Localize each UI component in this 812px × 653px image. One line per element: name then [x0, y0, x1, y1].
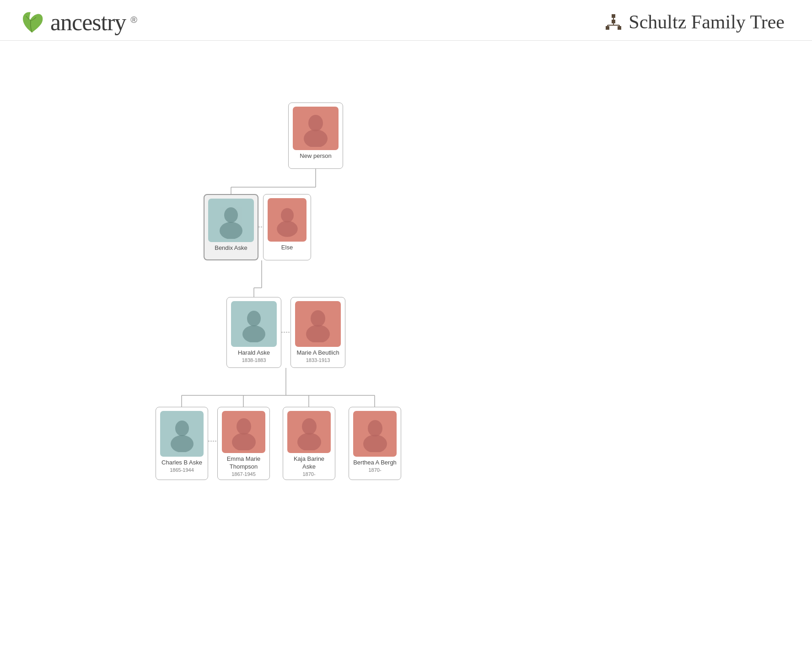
connector-lines [0, 41, 812, 640]
logo-leaf-icon [18, 8, 46, 36]
svg-point-37 [232, 433, 256, 450]
svg-point-29 [277, 221, 298, 237]
avatar-marie-beutlich [295, 301, 341, 347]
avatar-berthea-bergh [353, 411, 397, 457]
avatar-harald-aske [231, 301, 277, 347]
family-tree-icon [605, 13, 622, 31]
svg-point-26 [224, 207, 238, 223]
svg-point-28 [281, 208, 294, 222]
person-card-charles-aske[interactable]: Charles B Aske 1865-1944 [156, 407, 208, 480]
svg-point-31 [242, 325, 265, 342]
tree-title: Schultz Family Tree [629, 11, 785, 33]
avatar-kaja-aske [287, 411, 331, 453]
logo-area: ancestry ® [18, 8, 137, 36]
person-card-marie-beutlich[interactable]: Marie A Beutlich 1833-1913 [290, 297, 345, 368]
person-card-kaja-aske[interactable]: Kaja Barine Aske 1870- [283, 407, 335, 480]
person-name-else: Else [281, 244, 293, 252]
svg-point-35 [171, 435, 194, 452]
avatar-charles-aske [160, 411, 204, 457]
canvas: New person Bendix Aske Else Hara [0, 41, 812, 640]
svg-rect-1 [612, 20, 615, 23]
person-dates-berthea-bergh: 1870- [368, 467, 381, 473]
svg-point-32 [311, 310, 325, 327]
person-card-emma-thompson[interactable]: Emma Marie Thompson 1867-1945 [217, 407, 270, 480]
logo-registered: ® [130, 15, 137, 25]
svg-point-34 [175, 421, 189, 436]
person-card-bendix-aske[interactable]: Bendix Aske [204, 194, 258, 260]
person-dates-marie-beutlich: 1833-1913 [306, 357, 330, 363]
svg-rect-0 [612, 14, 615, 18]
person-name-bendix-aske: Bendix Aske [215, 244, 247, 252]
avatar-bendix-aske [208, 199, 254, 242]
person-card-new-person[interactable]: New person [288, 103, 343, 169]
person-name-new-person: New person [300, 152, 331, 160]
svg-rect-2 [606, 26, 609, 30]
header: ancestry ® Schultz Family Tree [0, 0, 812, 41]
person-name-harald-aske: Harald Aske [238, 349, 270, 357]
person-dates-charles-aske: 1865-1944 [170, 467, 194, 473]
person-dates-kaja-aske: 1870- [302, 471, 315, 477]
tree-title-area: Schultz Family Tree [605, 11, 785, 33]
person-card-berthea-bergh[interactable]: Berthea A Bergh 1870- [349, 407, 401, 480]
svg-point-25 [304, 130, 328, 147]
person-dates-harald-aske: 1838-1883 [242, 357, 266, 363]
person-name-marie-beutlich: Marie A Beutlich [296, 349, 339, 357]
avatar-else [268, 198, 307, 242]
person-name-emma-thompson: Emma Marie Thompson [221, 455, 266, 471]
logo-text: ancestry [50, 9, 126, 36]
svg-rect-3 [618, 26, 621, 30]
person-card-else[interactable]: Else [263, 194, 311, 260]
svg-point-38 [302, 418, 317, 435]
svg-point-27 [220, 222, 242, 239]
avatar-new-person [293, 107, 339, 150]
svg-point-41 [363, 435, 387, 452]
avatar-emma-thompson [222, 411, 265, 453]
person-name-charles-aske: Charles B Aske [161, 459, 202, 467]
person-dates-emma-thompson: 1867-1945 [231, 471, 256, 477]
svg-point-39 [297, 433, 321, 450]
person-name-berthea-bergh: Berthea A Bergh [353, 459, 397, 467]
person-card-harald-aske[interactable]: Harald Aske 1838-1883 [226, 297, 281, 368]
svg-point-33 [306, 325, 330, 342]
svg-point-24 [308, 115, 323, 131]
svg-point-40 [368, 420, 382, 437]
svg-point-36 [237, 418, 251, 435]
svg-point-30 [247, 311, 261, 326]
person-name-kaja-aske: Kaja Barine Aske [287, 455, 331, 471]
